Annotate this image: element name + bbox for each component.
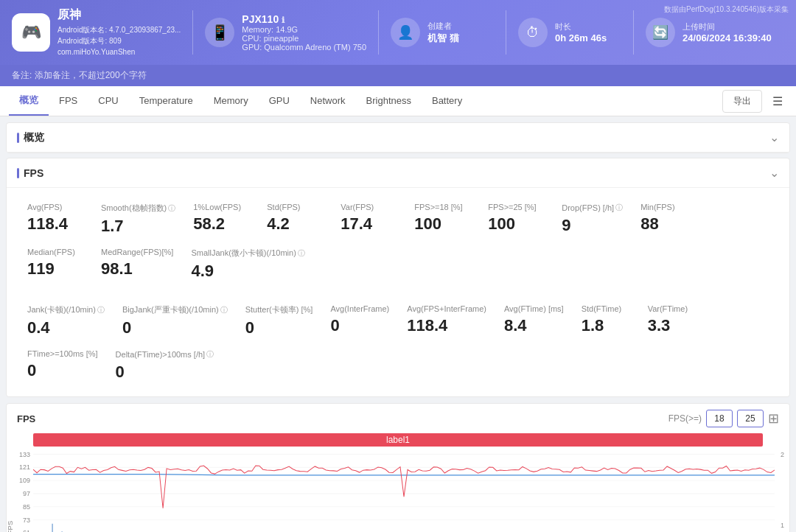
stat-value: 4.2 — [267, 214, 323, 234]
stat-value: 100 — [488, 214, 544, 234]
creator-icon: 👤 — [391, 18, 420, 47]
tab-fps[interactable]: FPS — [49, 88, 88, 115]
stat-value: 58.2 — [193, 214, 249, 234]
stat-value: 0.4 — [27, 318, 105, 337]
fps-section: FPS ⌄ Avg(FPS) 118.4Smooth(稳帧指数) ⓘ 1.71%… — [6, 158, 790, 397]
duration-block: ⏱ 时长 0h 26m 46s — [518, 18, 621, 47]
fps-stat-item: BigJank(严重卡顿)(/10min) ⓘ 0 — [114, 298, 237, 343]
stat-value: 1.7 — [101, 217, 175, 236]
fps-stat-item: MedRange(FPS)[%] 98.1 — [92, 242, 182, 287]
fps-stat-item: Std(FTime) 1.8 — [573, 298, 639, 343]
fps-stat-item: Median(FPS) 119 — [18, 242, 92, 287]
stat-value: 3.3 — [648, 316, 696, 335]
info-icon[interactable]: ⓘ — [168, 203, 175, 214]
upload-info: 上传时间 24/06/2024 16:39:40 — [682, 21, 772, 43]
nav-tabs-bar: 概览 FPS CPU Temperature Memory GPU Networ… — [0, 86, 796, 116]
duration-value: 0h 26m 46s — [555, 32, 607, 43]
svg-text:1: 1 — [781, 522, 784, 529]
upload-label: 上传时间 — [682, 21, 772, 32]
creator-info: 创建者 机智 猫 — [427, 21, 459, 45]
fps-stat-item: FPS>=18 [%] 100 — [405, 197, 479, 242]
tab-gpu[interactable]: GPU — [259, 88, 300, 115]
fps-stat-item: Avg(FTime) [ms] 8.4 — [495, 298, 573, 343]
svg-text:97: 97 — [23, 490, 30, 497]
info-icon[interactable]: ⓘ — [97, 305, 105, 315]
stat-value: 1.8 — [582, 316, 630, 335]
fps-threshold1-input[interactable] — [706, 410, 733, 427]
subtitle-bar: 备注: 添加备注，不超过200个字符 — [0, 65, 796, 86]
device-icon: 📱 — [205, 18, 234, 47]
stat-value: 4.9 — [191, 262, 304, 281]
device-name: PJX110 ℹ — [242, 13, 366, 25]
fps-stat-item: Delta(FTime)>100ms [/h] ⓘ 0 — [107, 343, 223, 388]
chart-header: FPS FPS(>=) ⊞ — [7, 404, 789, 433]
fps-stats-row2: Jank(卡顿)(/10min) ⓘ 0.4BigJank(严重卡顿)(/10m… — [7, 295, 789, 396]
stat-label: Min(FPS) — [640, 203, 696, 211]
stat-label: FPS>=18 [%] — [414, 203, 470, 211]
overview-title: 概览 — [17, 131, 44, 144]
info-icon[interactable]: ⓘ — [298, 248, 305, 259]
tab-battery[interactable]: Battery — [422, 88, 472, 115]
overview-section-header: 概览 ⌄ — [7, 123, 789, 153]
info-icon[interactable]: ⓘ — [206, 349, 214, 360]
device-block: 📱 PJX110 ℹ Memory: 14.9G CPU: pineapple … — [205, 13, 366, 52]
fps-threshold-controls: FPS(>=) ⊞ — [668, 410, 779, 427]
fps-chart-svg: 133 121 109 97 85 73 61 48 36 24 12 0 FP… — [7, 447, 789, 532]
stat-value: 0 — [116, 363, 214, 382]
tab-memory[interactable]: Memory — [203, 88, 259, 115]
divider3 — [506, 10, 506, 55]
info-icon[interactable]: ⓘ — [220, 305, 228, 315]
fps-threshold2-input[interactable] — [737, 410, 764, 427]
tab-overview[interactable]: 概览 — [9, 86, 49, 116]
stat-value: 119 — [27, 259, 83, 279]
fps-stat-item: Std(FPS) 4.2 — [258, 197, 332, 242]
tab-cpu[interactable]: CPU — [88, 88, 128, 115]
fps-stat-item: FTime>=100ms [%] 0 — [18, 343, 107, 388]
tab-temperature[interactable]: Temperature — [129, 88, 203, 115]
stat-label: Stutter(卡顿率) [%] — [245, 304, 313, 315]
stat-value: 0 — [122, 318, 228, 337]
fps-stats-row1: Avg(FPS) 118.4Smooth(稳帧指数) ⓘ 1.71%Low(FP… — [7, 188, 789, 295]
overview-toggle[interactable]: ⌄ — [769, 130, 779, 144]
app-version: Android版本名: 4.7.0_23093867_23... — [57, 24, 181, 35]
creator-block: 👤 创建者 机智 猫 — [391, 18, 494, 47]
svg-text:73: 73 — [23, 516, 30, 523]
upload-icon: 🔄 — [646, 18, 675, 47]
fps-stat-item: Stutter(卡顿率) [%] 0 — [237, 298, 322, 343]
fps-toggle[interactable]: ⌄ — [769, 166, 779, 180]
stat-label: Std(FPS) — [267, 203, 323, 211]
fps-stat-item: Avg(InterFrame) 0 — [321, 298, 398, 343]
stat-label: SmallJank(微小卡顿)(/10min) ⓘ — [191, 248, 304, 259]
watermark-text: 数据由PerfDog(10.3.240546)版本采集 — [664, 4, 789, 15]
export-button[interactable]: 导出 — [722, 90, 762, 113]
stat-label: Smooth(稳帧指数) ⓘ — [101, 203, 175, 214]
stat-label: Median(FPS) — [27, 248, 83, 256]
stat-label: Avg(FPS) — [27, 203, 83, 211]
stat-value: 100 — [414, 214, 470, 234]
overview-section: 概览 ⌄ — [6, 122, 790, 153]
fps-stat-item: Avg(FPS) 118.4 — [18, 197, 92, 242]
stat-value: 17.4 — [341, 214, 397, 234]
stat-label: Avg(FPS+InterFrame) — [407, 304, 486, 313]
device-gpu: GPU: Qualcomm Adreno (TM) 750 — [242, 43, 366, 52]
tab-network[interactable]: Network — [300, 88, 356, 115]
stat-value: 8.4 — [504, 316, 564, 335]
fps-chart-area: 133 121 109 97 85 73 61 48 36 24 12 0 FP… — [7, 447, 789, 532]
divider1 — [192, 10, 193, 55]
stat-label: Drop(FPS) [/h] ⓘ — [562, 203, 623, 213]
fps-ge-label: FPS(>=) — [668, 413, 702, 424]
tab-brightness[interactable]: Brightness — [356, 88, 422, 115]
stat-label: Avg(InterFrame) — [330, 304, 389, 313]
menu-icon[interactable]: ☰ — [768, 90, 787, 113]
stat-label: Std(FTime) — [582, 304, 630, 313]
svg-text:FPS: FPS — [7, 521, 14, 532]
stat-value: 0 — [245, 318, 313, 337]
chart-grid-button[interactable]: ⊞ — [768, 410, 779, 427]
stat-label: Var(FPS) — [341, 203, 397, 211]
app-header: 数据由PerfDog(10.3.240546)版本采集 🎮 原神 Android… — [0, 0, 796, 65]
svg-text:109: 109 — [19, 477, 30, 484]
fps-stat-item: Jank(卡顿)(/10min) ⓘ 0.4 — [18, 298, 114, 343]
app-package: com.miHoYo.YuanShen — [57, 46, 181, 57]
info-icon[interactable]: ⓘ — [615, 203, 623, 213]
duration-info: 时长 0h 26m 46s — [555, 21, 607, 43]
